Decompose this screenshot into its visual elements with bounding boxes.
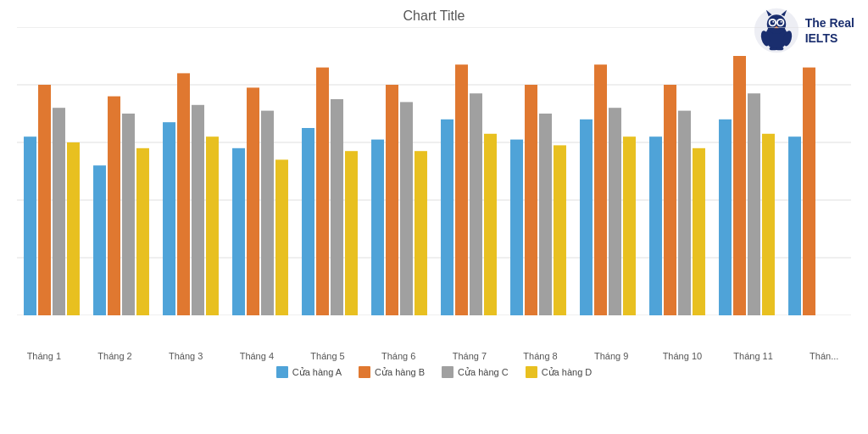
- bar-A-month-5: [302, 128, 314, 315]
- legend-label-1: Cửa hàng B: [375, 367, 425, 378]
- legend-color-2: [442, 366, 453, 378]
- x-label-month-10: Tháng 10: [647, 351, 718, 361]
- bar-A-month-11: [719, 120, 732, 315]
- bar-A-month-1: [24, 136, 36, 315]
- svg-point-7: [772, 21, 774, 23]
- bar-A-month-4: [232, 148, 245, 315]
- bar-B-month-9: [594, 64, 607, 315]
- bar-B-month-12: [803, 68, 815, 315]
- bar-B-month-2: [108, 97, 120, 315]
- bar-A-month-3: [163, 122, 175, 315]
- legend-color-0: [276, 366, 288, 378]
- bar-B-month-3: [177, 73, 190, 315]
- bar-B-month-6: [386, 85, 398, 315]
- svg-point-6: [778, 20, 783, 25]
- bar-D-month-11: [762, 134, 775, 315]
- legend-label-3: Cửa hàng D: [542, 367, 593, 378]
- legend-item-3: Cửa hàng D: [526, 366, 593, 378]
- bar-B-month-11: [733, 56, 746, 315]
- bar-D-month-7: [484, 134, 497, 315]
- bar-B-month-1: [38, 85, 51, 315]
- svg-point-8: [780, 21, 782, 23]
- bar-B-month-8: [525, 85, 537, 315]
- bar-C-month-9: [609, 108, 621, 315]
- chart-container: Chart Title: [0, 0, 868, 434]
- x-label-month-6: Tháng 6: [363, 351, 434, 361]
- legend-color-1: [359, 366, 370, 378]
- bar-C-month-8: [539, 114, 552, 315]
- bar-D-month-3: [206, 136, 219, 315]
- bars-svg: [17, 27, 851, 315]
- bar-C-month-5: [331, 99, 343, 315]
- chart-title: Chart Title: [0, 0, 868, 27]
- bar-C-month-3: [192, 105, 204, 315]
- bar-C-month-10: [678, 111, 691, 315]
- bar-D-month-4: [275, 159, 288, 315]
- bar-D-month-2: [136, 148, 149, 315]
- x-label-month-2: Tháng 2: [80, 351, 151, 361]
- x-labels: Tháng 1Tháng 2Tháng 3Tháng 4Tháng 5Tháng…: [0, 351, 868, 361]
- legend: Cửa hàng ACửa hàng BCửa hàng CCửa hàng D: [0, 366, 868, 378]
- bar-C-month-7: [470, 93, 482, 315]
- bar-B-month-5: [316, 68, 329, 315]
- x-label-month-1: Tháng 1: [8, 351, 80, 361]
- bar-C-month-4: [261, 111, 274, 315]
- bar-A-month-12: [788, 136, 801, 315]
- svg-point-5: [770, 20, 775, 25]
- x-label-month-7: Tháng 7: [434, 351, 505, 361]
- bar-B-month-7: [455, 64, 468, 315]
- chart-area: [17, 27, 851, 349]
- bar-A-month-7: [441, 120, 453, 315]
- legend-item-0: Cửa hàng A: [276, 366, 342, 378]
- bar-A-month-8: [510, 140, 523, 315]
- bar-C-month-6: [400, 102, 413, 315]
- legend-item-2: Cửa hàng C: [442, 366, 509, 378]
- x-label-month-4: Tháng 4: [221, 351, 292, 361]
- legend-label-2: Cửa hàng C: [458, 367, 509, 378]
- x-label-month-5: Tháng 5: [292, 351, 364, 361]
- x-label-month-9: Tháng 9: [576, 351, 647, 361]
- bar-D-month-6: [415, 151, 427, 315]
- bar-A-month-6: [371, 140, 384, 315]
- x-label-month-11: Tháng 11: [718, 351, 789, 361]
- x-label-month-12: Thán...: [788, 351, 860, 361]
- x-label-month-3: Tháng 3: [150, 351, 221, 361]
- bar-D-month-10: [693, 148, 705, 315]
- bar-D-month-8: [554, 145, 566, 315]
- bar-C-month-1: [53, 108, 65, 315]
- x-label-month-8: Tháng 8: [505, 351, 576, 361]
- bar-D-month-5: [345, 151, 358, 315]
- bar-C-month-2: [122, 114, 135, 315]
- legend-label-0: Cửa hàng A: [292, 367, 342, 378]
- bar-D-month-1: [67, 142, 80, 315]
- legend-item-1: Cửa hàng B: [359, 366, 425, 378]
- bar-B-month-10: [664, 85, 676, 315]
- bar-C-month-11: [748, 93, 760, 315]
- legend-color-3: [526, 366, 537, 378]
- bar-A-month-10: [649, 136, 662, 315]
- bar-A-month-9: [580, 120, 593, 315]
- bar-D-month-9: [623, 136, 636, 315]
- bar-B-month-4: [247, 87, 259, 315]
- bar-A-month-2: [93, 165, 106, 315]
